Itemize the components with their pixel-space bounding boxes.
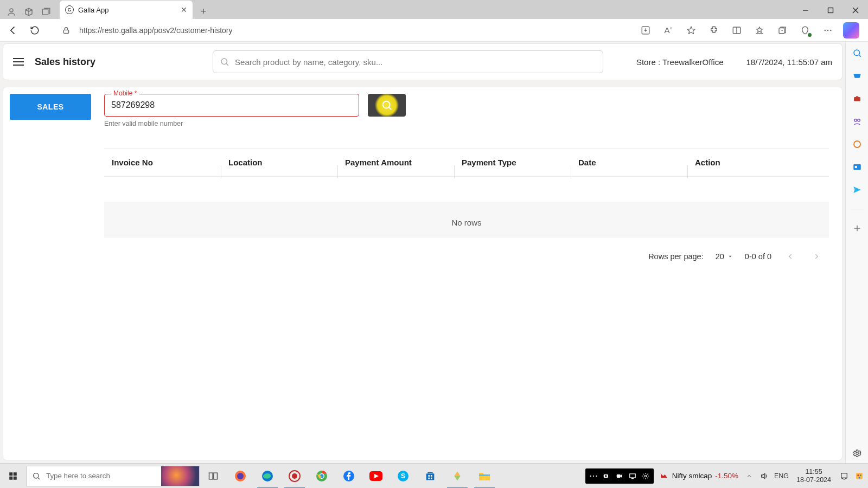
svg-point-20 [854, 50, 860, 56]
rows-per-page-label: Rows per page: [648, 252, 704, 261]
ms-store-icon[interactable] [417, 464, 444, 489]
new-tab-button[interactable]: + [196, 4, 211, 19]
sidebar-m365-icon[interactable] [851, 138, 863, 150]
split-screen-icon[interactable] [729, 23, 744, 38]
more-menu-icon[interactable] [820, 23, 835, 38]
profile-icon[interactable] [7, 7, 16, 17]
tab-title: Galla App [78, 6, 176, 14]
windows-taskbar: S ⋯ Nifty smlcap -1.50% ENG 11:55 18-07-… [0, 463, 868, 488]
favorite-star-icon[interactable] [684, 23, 699, 38]
tab-favicon-icon: G [65, 5, 74, 14]
col-location[interactable]: Location [221, 158, 337, 167]
rec-camera-icon[interactable] [602, 471, 611, 481]
col-payment-amount[interactable]: Payment Amount [337, 158, 454, 167]
extensions-icon[interactable] [706, 23, 722, 38]
rows-per-page-select[interactable]: 20 [716, 252, 733, 261]
record-icon[interactable] [281, 464, 308, 489]
sidebar-add-icon[interactable] [851, 222, 863, 234]
rec-screen-icon[interactable] [628, 471, 637, 481]
rec-menu-icon[interactable]: ⋯ [589, 471, 598, 481]
col-date[interactable]: Date [571, 158, 687, 167]
app-generic-icon[interactable] [444, 464, 471, 489]
tray-clock[interactable]: 11:55 18-07-2024 [793, 468, 834, 484]
address-bar[interactable]: https://resto.galla.app/posv2/customer-h… [79, 26, 232, 35]
svg-rect-55 [479, 474, 490, 476]
svg-point-14 [830, 29, 832, 31]
svg-point-24 [857, 119, 860, 122]
mobile-search-button[interactable] [368, 94, 406, 117]
tab-sales[interactable]: SALES [10, 94, 91, 120]
read-aloud-icon[interactable]: A» [661, 23, 676, 38]
datetime-label: 18/7/2024, 11:55:07 am [746, 57, 832, 67]
back-button[interactable] [5, 23, 21, 38]
refresh-button[interactable] [27, 23, 42, 38]
svg-point-25 [854, 141, 860, 147]
svg-line-16 [226, 63, 228, 65]
chrome-icon[interactable] [308, 464, 335, 489]
window-maximize-button[interactable] [818, 2, 843, 19]
copilot-icon[interactable] [843, 22, 859, 38]
app-header: Sales history Store : TreewalkerOffice 1… [3, 44, 842, 80]
edge-icon[interactable] [254, 464, 281, 489]
skype-icon[interactable]: S [390, 464, 417, 489]
sidebar-search-icon[interactable] [851, 47, 863, 59]
svg-rect-50 [426, 473, 435, 480]
pagination-next-button[interactable] [809, 251, 824, 262]
sidebar-shopping-icon[interactable] [851, 70, 863, 82]
col-invoice-no[interactable]: Invoice No [104, 158, 221, 167]
edge-settings-icon[interactable] [851, 447, 864, 460]
svg-rect-1 [42, 9, 48, 15]
tray-notifications-icon[interactable] [839, 471, 850, 481]
mobile-input[interactable] [104, 94, 359, 117]
sidebar-send-icon[interactable] [851, 184, 863, 196]
mobile-field: Mobile * Enter valid mobile number [104, 94, 359, 127]
workspaces-icon[interactable] [24, 7, 34, 17]
tab-overview-icon[interactable] [41, 7, 51, 17]
taskbar-stock-widget[interactable]: Nifty smlcap -1.50% [659, 471, 738, 481]
sidebar-games-icon[interactable] [851, 115, 863, 127]
tray-time: 11:55 [796, 468, 831, 476]
browser-tab[interactable]: G Galla App ✕ [60, 1, 193, 19]
sidebar-tools-icon[interactable] [851, 93, 863, 105]
rec-settings-icon[interactable] [641, 471, 650, 481]
tray-language[interactable]: ENG [774, 472, 789, 480]
task-view-icon[interactable] [200, 464, 227, 489]
product-search-input[interactable] [235, 57, 596, 67]
menu-hamburger-button[interactable] [13, 55, 26, 68]
youtube-icon[interactable] [362, 464, 390, 489]
rec-video-icon[interactable] [615, 471, 624, 481]
tray-volume-icon[interactable] [759, 471, 770, 481]
svg-rect-30 [9, 472, 12, 476]
svg-point-42 [292, 473, 297, 479]
tab-close-icon[interactable]: ✕ [181, 5, 187, 14]
product-search-field[interactable] [213, 50, 603, 73]
taskbar-search[interactable] [26, 466, 200, 486]
firefox-icon[interactable] [227, 464, 254, 489]
svg-rect-3 [828, 8, 833, 13]
svg-line-35 [38, 478, 40, 479]
col-action[interactable]: Action [687, 158, 829, 167]
tray-app-icon[interactable] [854, 471, 865, 481]
svg-rect-58 [616, 474, 620, 478]
col-payment-type[interactable]: Payment Type [454, 158, 571, 167]
app-install-icon[interactable] [638, 23, 653, 38]
file-explorer-icon[interactable] [471, 464, 498, 489]
facebook-icon[interactable] [335, 464, 362, 489]
start-button[interactable] [0, 464, 26, 489]
window-minimize-button[interactable] [793, 2, 818, 19]
svg-point-66 [859, 477, 860, 478]
sidebar-outlook-icon[interactable] [851, 161, 863, 173]
svg-point-64 [857, 474, 859, 476]
window-close-button[interactable] [843, 2, 868, 19]
svg-line-21 [859, 55, 860, 56]
collections-icon[interactable] [775, 23, 790, 38]
rows-per-page-value: 20 [716, 252, 724, 261]
favorites-list-icon[interactable] [752, 23, 767, 38]
svg-rect-53 [428, 477, 430, 479]
pagination-prev-button[interactable] [783, 251, 797, 262]
tray-chevron-icon[interactable] [744, 471, 755, 481]
browser-essentials-icon[interactable] [797, 23, 813, 38]
svg-rect-62 [841, 473, 847, 478]
recording-toolbar[interactable]: ⋯ [585, 468, 654, 484]
site-info-lock-icon[interactable] [59, 23, 74, 38]
